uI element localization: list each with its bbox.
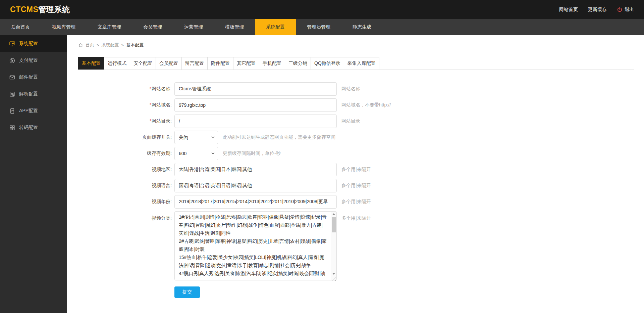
video-language-label-text: 视频语言: — [152, 183, 172, 188]
textarea-scrollbar[interactable] — [331, 212, 336, 280]
nav-item-video-library[interactable]: 视频库管理 — [41, 19, 87, 35]
sidebar-item-label: 系统配置 — [19, 41, 38, 47]
tab-qq-wechat-login[interactable]: QQ微信登录 — [311, 57, 344, 70]
sidebar-item-label: 解析配置 — [19, 91, 38, 97]
breadcrumb-home[interactable]: 首页 — [86, 42, 94, 48]
basic-config-form: *网站名称: 网站名称 *网站域名: 网站域名，不要带http:// *网站目录… — [78, 82, 634, 298]
nav-item-article-library[interactable]: 文章库管理 — [87, 19, 132, 35]
site-domain-label: *网站域名: — [78, 102, 174, 108]
sidebar: 系统配置 支付配置 邮件配置 解析配置 APP APP配置 转码配置 — [0, 35, 67, 313]
site-domain-label-text: 网站域名: — [152, 102, 172, 107]
video-category-hint: 多个用|来隔开 — [341, 215, 371, 221]
site-name-label: *网站名称: — [78, 86, 174, 92]
video-region-label: 视频地区: — [78, 167, 174, 173]
video-region-hint: 多个用|来隔开 — [341, 167, 371, 173]
refresh-cache-link-label: 更新缓存 — [588, 7, 607, 13]
video-region-label-text: 视频地区: — [152, 167, 172, 172]
video-category-textarea[interactable]: 1#传记|喜剧|剧情|枪战|恐怖|励志|歌舞|犯罪|偶像|悬疑|爱情|惊悚|纪录… — [174, 211, 337, 280]
site-home-link[interactable]: 网站首页 — [559, 7, 578, 13]
nav-item-members[interactable]: 会员管理 — [132, 19, 173, 35]
sidebar-item-transcode-config[interactable]: 转码配置 — [0, 119, 67, 136]
top-bar: CTCMS管理系统 网站首页 更新缓存 退出 — [0, 0, 644, 19]
sidebar-item-label: 支付配置 — [19, 57, 38, 63]
tab-member-config[interactable]: 会员配置 — [156, 57, 182, 70]
topbar-links: 网站首页 更新缓存 退出 — [559, 7, 634, 13]
grid-icon — [9, 125, 15, 131]
page-cache-select-wrap: 关闭 — [174, 131, 218, 144]
form-row-cache-ttl: 缓存有效期: 600 更新缓存间隔时间，单位-秒 — [78, 147, 634, 160]
site-name-hint: 网站名称 — [341, 86, 360, 92]
page-body: 系统配置 支付配置 邮件配置 解析配置 APP APP配置 转码配置 首页 > — [0, 35, 644, 313]
tab-security-config[interactable]: 安全配置 — [130, 57, 156, 70]
scrollbar-thumb[interactable] — [332, 217, 336, 232]
nav-item-static-generation[interactable]: 静态生成 — [341, 19, 382, 35]
site-directory-label: *网站目录: — [78, 118, 174, 124]
breadcrumb-separator: > — [121, 43, 124, 48]
logout-link[interactable]: 退出 — [617, 7, 634, 13]
sidebar-item-label: 邮件配置 — [19, 74, 38, 80]
page-cache-hint: 此功能可以达到生成静态网页功能，需要更多储存空间 — [223, 134, 335, 140]
form-row-video-year: 视频年份: 多个用|来隔开 — [78, 195, 634, 209]
form-row-video-category: 视频分类: 1#传记|喜剧|剧情|枪战|恐怖|励志|歌舞|犯罪|偶像|悬疑|爱情… — [78, 211, 634, 282]
sidebar-item-parse-config[interactable]: 解析配置 — [0, 86, 67, 102]
app-logo-rest: 管理系统 — [38, 5, 70, 14]
form-row-site-name: *网站名称: 网站名称 — [78, 82, 634, 96]
scroll-down-icon[interactable] — [332, 273, 335, 275]
document-search-icon — [9, 91, 15, 97]
site-name-input[interactable] — [174, 82, 337, 96]
page-cache-label: 页面缓存开关: — [78, 134, 174, 140]
video-year-hint: 多个用|来隔开 — [341, 199, 371, 205]
tab-message-config[interactable]: 留言配置 — [181, 57, 208, 70]
site-directory-label-text: 网站目录: — [152, 118, 172, 124]
submit-button[interactable]: 提交 — [174, 286, 200, 298]
cache-ttl-label: 缓存有效期: — [78, 150, 174, 156]
nav-item-admins[interactable]: 管理员管理 — [296, 19, 341, 35]
tab-other-config[interactable]: 其它配置 — [233, 57, 259, 70]
form-row-site-domain: *网站域名: 网站域名，不要带http:// — [78, 98, 634, 112]
config-tabs: 基本配置 运行模式 安全配置 会员配置 留言配置 附件配置 其它配置 手机配置 … — [78, 57, 634, 70]
sidebar-item-app-config[interactable]: APP APP配置 — [0, 102, 67, 119]
form-row-video-language: 视频语言: 多个用|来隔开 — [78, 179, 634, 192]
refresh-cache-link[interactable]: 更新缓存 — [588, 7, 607, 13]
breadcrumb-separator: > — [97, 43, 99, 48]
page-cache-select[interactable]: 关闭 — [174, 131, 218, 144]
sidebar-item-label: 转码配置 — [19, 125, 38, 131]
video-language-label: 视频语言: — [78, 183, 174, 189]
monitor-gear-icon — [9, 41, 15, 47]
site-directory-input[interactable] — [174, 115, 337, 128]
tab-mobile-config[interactable]: 手机配置 — [259, 57, 285, 70]
video-category-textarea-wrap: 1#传记|喜剧|剧情|枪战|恐怖|励志|歌舞|犯罪|偶像|悬疑|爱情|惊悚|纪录… — [174, 211, 337, 282]
video-region-input[interactable] — [174, 163, 337, 176]
sidebar-item-system-config[interactable]: 系统配置 — [0, 35, 67, 52]
breadcrumb: 首页 > 系统配置 > 基本配置 — [78, 42, 634, 48]
home-icon — [78, 43, 83, 48]
form-row-video-region: 视频地区: 多个用|来隔开 — [78, 163, 634, 176]
app-logo: CTCMS管理系统 — [10, 4, 70, 15]
tab-collect-import-config[interactable]: 采集入库配置 — [344, 57, 379, 70]
tab-distribution-config[interactable]: 三级分销 — [285, 57, 311, 70]
breadcrumb-current: 基本配置 — [126, 42, 144, 48]
sidebar-item-label: APP配置 — [19, 108, 38, 114]
cache-ttl-select[interactable]: 600 — [174, 147, 218, 160]
site-domain-input[interactable] — [174, 98, 337, 112]
tab-basic-config[interactable]: 基本配置 — [78, 57, 104, 70]
logout-link-label: 退出 — [625, 7, 634, 13]
mail-icon — [9, 74, 15, 81]
power-icon — [617, 7, 623, 12]
breadcrumb-system-config[interactable]: 系统配置 — [102, 42, 119, 48]
scroll-up-icon[interactable] — [332, 213, 335, 215]
nav-item-operations[interactable]: 运营管理 — [173, 19, 214, 35]
nav-item-system-config[interactable]: 系统配置 — [255, 19, 296, 35]
video-language-hint: 多个用|来隔开 — [341, 183, 371, 189]
nav-item-dashboard[interactable]: 后台首页 — [0, 19, 41, 35]
nav-item-templates[interactable]: 模板管理 — [214, 19, 255, 35]
sidebar-item-mail-config[interactable]: 邮件配置 — [0, 69, 67, 86]
video-language-input[interactable] — [174, 179, 337, 192]
form-row-page-cache-switch: 页面缓存开关: 关闭 此功能可以达到生成静态网页功能，需要更多储存空间 — [78, 131, 634, 144]
tab-attachment-config[interactable]: 附件配置 — [207, 57, 233, 70]
cache-ttl-select-wrap: 600 — [174, 147, 218, 160]
video-year-input[interactable] — [174, 195, 337, 209]
tab-run-mode[interactable]: 运行模式 — [104, 57, 130, 70]
svg-text:APP: APP — [10, 110, 14, 112]
sidebar-item-payment-config[interactable]: 支付配置 — [0, 52, 67, 69]
